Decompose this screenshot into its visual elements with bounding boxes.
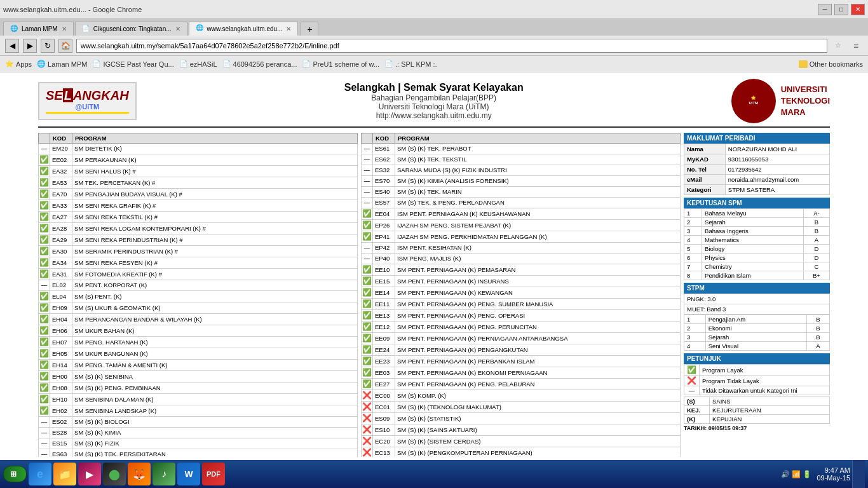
kod-cell: EE27 bbox=[373, 379, 395, 390]
bookmark-laman-mpm[interactable]: 🌐 Laman MPM bbox=[37, 60, 87, 68]
stpm-pngk: PNGK: 3.0 bbox=[684, 294, 830, 304]
table-row: ✅ EE15 SM PENT. PERNIAGAAN (K) INSURANS bbox=[362, 276, 681, 287]
taskbar-music-icon[interactable]: ♪ bbox=[153, 463, 175, 485]
kod-cell: ES62 bbox=[373, 154, 395, 165]
kod-cell: ES10 bbox=[373, 424, 395, 436]
spm-row: 4MathematicsA bbox=[684, 236, 830, 245]
program-cell: SM (S) (K) FIZIK bbox=[72, 438, 358, 449]
time-display: 9:47 AM 09-May-15 bbox=[817, 466, 850, 482]
bookmark-spl[interactable]: 📄 .: SPL KPM :. bbox=[384, 60, 437, 68]
kod-cell: ES61 bbox=[373, 144, 395, 154]
kod-cell: ES70 bbox=[373, 176, 395, 187]
kod-cell: EH09 bbox=[50, 302, 72, 314]
table-row: ✅ EE14 SM PENT. PERNIAGAAN (K) KEWANGAN bbox=[362, 287, 681, 299]
table-row: ❌ EC01 SM (S) (K) (TEKNOLOGI MAKLUMAT) bbox=[362, 402, 681, 413]
petunjuk-note-row: KEJ.KEJURUTERAAN bbox=[684, 406, 830, 415]
kod-cell: EA27 bbox=[50, 212, 72, 223]
program-cell: SM SENI HALUS (K) # bbox=[72, 166, 358, 177]
taskbar-pdf-icon[interactable]: PDF bbox=[202, 463, 225, 485]
kod-cell: EH02 bbox=[50, 405, 72, 417]
bookmark-preu1[interactable]: 📄 PreU1 scheme of w... bbox=[302, 60, 379, 68]
tab-selangkah[interactable]: 🌐 www.selangkah.uitm.edu... ✕ bbox=[189, 22, 299, 36]
address-bar[interactable] bbox=[76, 39, 827, 53]
table-row: ✅ EH02 SM SENIBINA LANDSKAP (K) bbox=[39, 405, 358, 417]
bookmark-icon-apps: ⭐ bbox=[5, 60, 14, 68]
settings-button[interactable]: ≡ bbox=[849, 39, 863, 53]
taskbar-folder-icon[interactable]: 📁 bbox=[53, 463, 76, 485]
kod-cell: EP26 bbox=[373, 220, 395, 231]
table-row: ✅ EH06 SM UKUR BAHAN (K) bbox=[39, 325, 358, 337]
program-cell: SM PENT. PERNIAGAAN (K) PERNIAGAAN ANTAR… bbox=[395, 333, 681, 344]
forward-button[interactable]: ▶ bbox=[23, 39, 37, 53]
nav-bar: ◀ ▶ ↻ 🏠 ☆ ≡ bbox=[0, 36, 868, 56]
program-cell: SM SERAMIK PERINDUSTRIAN (K) # bbox=[72, 246, 358, 257]
bookmark-other[interactable]: Other bookmarks bbox=[799, 60, 863, 68]
bookmark-ezhasil[interactable]: 📄 ezHASiL bbox=[179, 60, 217, 68]
taskbar-tray: 🔊 📶 🔋 bbox=[781, 470, 811, 478]
program-cell: ISM PENG. MAJLIS (K) bbox=[395, 254, 681, 264]
close-button[interactable]: ✕ bbox=[851, 4, 865, 15]
program-cell: SM (S) (K) (SISTEM CERDAS) bbox=[395, 436, 681, 447]
tab-close-2[interactable]: ✕ bbox=[175, 25, 180, 32]
spm-row: 8Pendidikan IslamB+ bbox=[684, 271, 830, 280]
bookmark-icon-preu1: 📄 bbox=[302, 60, 311, 68]
selangkah-logo: SELANGKAH @UiTM bbox=[38, 82, 137, 120]
tab-laman-mpm[interactable]: 🌐 Laman MPM ✕ bbox=[3, 22, 74, 36]
kod-cell: EE23 bbox=[373, 356, 395, 367]
kod-cell: ES28 bbox=[50, 428, 72, 438]
table-row: ✅ EE13 SM PENT. PERNIAGAAN (K) PENG. OPE… bbox=[362, 310, 681, 322]
col-header-kod-right: KOD bbox=[373, 133, 395, 144]
kod-cell: EE24 bbox=[373, 344, 395, 356]
windows-icon: ⊞ bbox=[10, 470, 17, 478]
col-header-program-left: PROGRAM bbox=[72, 133, 358, 144]
back-button[interactable]: ◀ bbox=[5, 39, 19, 53]
show-desktop-button[interactable] bbox=[852, 460, 865, 488]
bookmark-label-46094256: 46094256 peranca... bbox=[233, 60, 297, 68]
tab-close-3[interactable]: ✕ bbox=[286, 25, 291, 32]
bookmark-apps[interactable]: ⭐ Apps bbox=[5, 60, 32, 68]
info-panel: MAKLUMAT PERIBADI NamaNORAZURAN MOHD ALI… bbox=[684, 133, 830, 457]
petunjuk-table: ✅Program Layak❌Program Tidak Layak—Tidak… bbox=[684, 364, 830, 395]
maklumat-row: MyKAD930116055053 bbox=[684, 154, 830, 165]
logo-underline bbox=[46, 112, 129, 114]
home-button[interactable]: 🏠 bbox=[58, 39, 72, 53]
doc-subtitle1: Bahagian Pengambilan Pelajar(BPP) bbox=[149, 93, 719, 102]
taskbar-ie-icon[interactable]: e bbox=[29, 463, 51, 485]
table-row: — ES32 SARANA MUDA (S) (K) FIZIK INDUSTR… bbox=[362, 165, 681, 176]
bookmark-icon-spl: 📄 bbox=[384, 60, 393, 68]
tab-close-1[interactable]: ✕ bbox=[62, 25, 67, 32]
bookmarks-bar: ⭐ Apps 🌐 Laman MPM 📄 IGCSE Past Year Qu.… bbox=[0, 56, 868, 72]
pdf-viewer: SELANGKAH @UiTM Selangkah | Semak Syarat… bbox=[0, 72, 868, 460]
bookmark-igcse[interactable]: 📄 IGCSE Past Year Qu... bbox=[92, 60, 173, 68]
start-button[interactable]: ⊞ bbox=[3, 466, 27, 482]
left-table: KOD PROGRAM — EM20 SM DIETETIK (K) ✅ EE0… bbox=[38, 133, 358, 457]
taskbar-media-icon[interactable]: ▶ bbox=[78, 463, 101, 485]
new-tab-button[interactable]: + bbox=[301, 22, 318, 36]
kod-cell: EA70 bbox=[50, 189, 72, 200]
stpm-table: 1Pengajian AmB2EkonomiB3SejarahB4Seni Vi… bbox=[684, 315, 830, 351]
bookmark-46094256[interactable]: 📄 46094256 peranca... bbox=[222, 60, 297, 68]
minimize-button[interactable]: ─ bbox=[818, 4, 832, 15]
program-cell: SM (S) (K) KIMIA (ANALISIS FORENSIK) bbox=[395, 176, 681, 187]
kod-cell: EC20 bbox=[373, 436, 395, 447]
reload-button[interactable]: ↻ bbox=[41, 39, 55, 53]
taskbar-word-icon[interactable]: W bbox=[177, 463, 200, 485]
col-header-program-right: PROGRAM bbox=[395, 133, 681, 144]
kod-cell: EA53 bbox=[50, 177, 72, 189]
taskbar-chrome-icon[interactable]: ⬤ bbox=[103, 463, 126, 485]
taskbar-fox-icon[interactable]: 🦊 bbox=[128, 463, 151, 485]
bookmark-star[interactable]: ☆ bbox=[831, 39, 845, 53]
logo-selangkah-text: SELANGKAH bbox=[46, 88, 129, 103]
kod-cell: EL04 bbox=[50, 291, 72, 302]
kod-cell: EP42 bbox=[373, 243, 395, 254]
table-row: ✅ EH00 SM (S) (K) SENIBINA bbox=[39, 371, 358, 383]
program-cell: SM (S) (K) TEK. MARIN bbox=[395, 187, 681, 198]
title-bar: www.selangkah.uitm.edu... - Google Chrom… bbox=[0, 0, 868, 19]
kod-cell: EH00 bbox=[50, 371, 72, 383]
program-cell: SM PENT. PERNIAGAAN (K) INSURANS bbox=[395, 276, 681, 287]
tab-cikguseni[interactable]: 📄 Cikguseni.com: Tingkatan... ✕ bbox=[75, 22, 187, 36]
maximize-button[interactable]: □ bbox=[834, 4, 848, 15]
table-row: ✅ EE23 SM PENT. PERNIAGAAN (K) PERBANKAN… bbox=[362, 356, 681, 367]
program-cell: SM UKUR BANGUNAN (K) bbox=[72, 348, 358, 360]
keputusan-spm-section: KEPUTUSAN SPM 1Bahasa MelayuA-2SejarahB3… bbox=[684, 198, 830, 280]
